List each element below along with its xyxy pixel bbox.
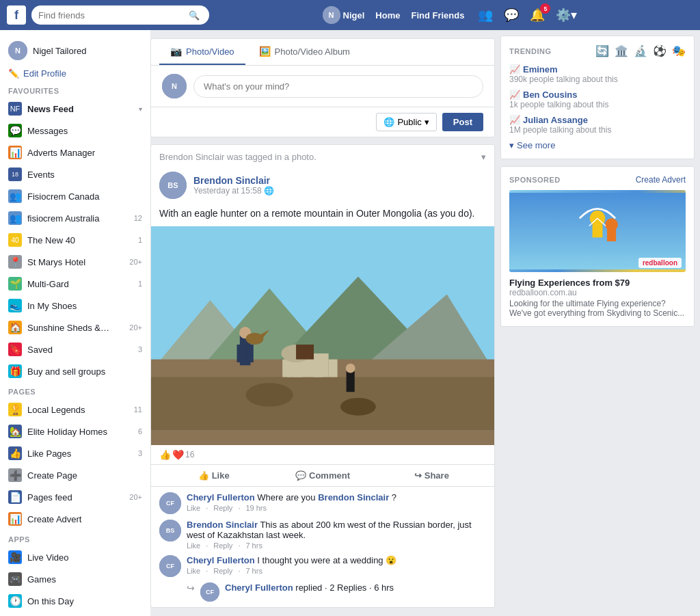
ad-brand-badge: redballoon bbox=[638, 258, 682, 268]
post-author-name[interactable]: Brendon Sinclair bbox=[193, 175, 274, 186]
sidebar-item-sunshine-sheds[interactable]: 🏠 Sunshine Sheds &… 20+ bbox=[0, 317, 150, 338]
ad-description: Looking for the ultimate Flying experien… bbox=[509, 299, 686, 318]
news-feed-icon: NF bbox=[8, 102, 22, 116]
sidebar-item-buy-sell[interactable]: 🎁 Buy and sell groups bbox=[0, 360, 150, 382]
commenter-avatar: CF bbox=[159, 492, 181, 514]
sidebar-item-pages-feed[interactable]: 📄 Pages feed 20+ bbox=[0, 486, 150, 508]
sidebar-item-on-this-day[interactable]: 🕐 On this Day bbox=[0, 590, 150, 612]
sidebar-item-events[interactable]: 18 Events bbox=[0, 163, 150, 185]
post-author-info: Brendon Sinclair Yesterday at 15:58 🌐 bbox=[193, 175, 274, 196]
trending-tab-science[interactable]: 🔬 bbox=[634, 44, 647, 57]
commenter-name[interactable]: Cheryl Fullerton bbox=[187, 492, 255, 503]
commenter-name[interactable]: Cheryl Fullerton bbox=[187, 555, 255, 565]
sidebar-item-local-legends[interactable]: 🏆 Local Legends 11 bbox=[0, 399, 150, 420]
trending-name-eminem[interactable]: Eminem bbox=[523, 64, 558, 75]
like-reaction-icon: 👍 bbox=[159, 449, 171, 460]
svg-rect-12 bbox=[247, 345, 254, 362]
trending-tab-all[interactable]: 🔄 bbox=[595, 44, 609, 57]
comment-like-btn[interactable]: Like bbox=[187, 567, 200, 575]
edit-profile-link[interactable]: ✏️ Edit Profile bbox=[0, 66, 150, 81]
see-more-trending[interactable]: ▾ See more bbox=[509, 140, 686, 150]
sidebar-item-messages[interactable]: 💬 Messages bbox=[0, 120, 150, 142]
search-input[interactable] bbox=[38, 10, 189, 21]
messages-icon[interactable]: 💬 bbox=[501, 5, 522, 25]
sidebar-item-live-video[interactable]: 🎥 Live Video bbox=[0, 546, 150, 568]
user-name: Nigel bbox=[343, 10, 365, 21]
tagged-name[interactable]: Brendon Sinclair bbox=[318, 492, 389, 503]
comment-reply-btn[interactable]: Reply bbox=[213, 567, 232, 575]
find-friends-link[interactable]: Find Friends bbox=[411, 10, 464, 21]
edit-icon: ✏️ bbox=[8, 68, 19, 79]
account-menu-icon[interactable]: ⚙️▾ bbox=[553, 5, 580, 25]
sponsored-section: SPONSORED Create Advert bbox=[500, 166, 695, 327]
trending-desc-eminem: 390k people talking about this bbox=[509, 75, 686, 84]
sidebar-item-create-advert[interactable]: 📊 Create Advert bbox=[0, 508, 150, 530]
sidebar-item-in-my-shoes[interactable]: 👟 In My Shoes bbox=[0, 295, 150, 317]
create-advert-icon: 📊 bbox=[8, 512, 22, 526]
create-advert-link[interactable]: Create Advert bbox=[636, 175, 686, 185]
sidebar-item-st-marys[interactable]: 📍 St Marys Hotel 20+ bbox=[0, 251, 150, 273]
trending-tab-entertainment[interactable]: 🎭 bbox=[672, 44, 686, 57]
sidebar-item-new40[interactable]: 40 The New 40 1 bbox=[0, 229, 150, 251]
pages-feed-count: 20+ bbox=[129, 493, 142, 501]
notifications-icon[interactable]: 🔔 5 bbox=[527, 5, 548, 25]
sidebar-item-multigard[interactable]: 🌱 Multi-Gard 1 bbox=[0, 273, 150, 295]
sidebar-item-adverts-manager[interactable]: 📊 Adverts Manager bbox=[0, 142, 150, 163]
friend-requests-icon[interactable]: 👥 bbox=[475, 5, 496, 25]
privacy-selector[interactable]: 🌐 Public ▾ bbox=[376, 113, 436, 131]
sidebar-item-suggest-edits[interactable]: ✏️ Suggest Edits 2 bbox=[0, 612, 150, 616]
comment-body: Cheryl Fullerton I thought you were at a… bbox=[187, 555, 486, 575]
post-text-input[interactable] bbox=[193, 75, 483, 98]
svg-rect-23 bbox=[296, 345, 314, 360]
trending-tab-sports[interactable]: ⚽ bbox=[653, 44, 667, 57]
share-button[interactable]: ↪ Share bbox=[377, 466, 486, 485]
trending-tab-politics[interactable]: 🏛️ bbox=[615, 44, 628, 57]
photo-video-tab[interactable]: 📷 Photo/Video bbox=[159, 39, 245, 65]
sidebar-item-create-page[interactable]: ➕ Create Page bbox=[0, 464, 150, 486]
search-bar[interactable]: 🔍 bbox=[31, 5, 209, 25]
elite-holiday-icon: 🏡 bbox=[8, 425, 22, 438]
love-reaction-icon: ❤️ bbox=[172, 449, 184, 460]
home-link[interactable]: Home bbox=[375, 10, 400, 21]
comment-like-btn[interactable]: Like bbox=[187, 541, 200, 550]
post-composer-avatar: N bbox=[162, 74, 187, 98]
commenter-name[interactable]: Brendon Sinclair bbox=[187, 520, 258, 530]
chevron-down-icon: ▾ bbox=[481, 152, 486, 162]
comment-reply-btn[interactable]: Reply bbox=[213, 504, 232, 512]
comment-actions: Like · Reply · 19 hrs bbox=[187, 504, 486, 512]
sidebar-item-like-pages[interactable]: 👍 Like Pages 3 bbox=[0, 442, 150, 464]
like-button[interactable]: 👍 Like bbox=[159, 466, 268, 485]
post-actions: 🌐 Public ▾ Post bbox=[151, 107, 494, 137]
camera-icon: 📷 bbox=[170, 46, 182, 57]
photo-video-label: Photo/Video bbox=[186, 46, 234, 57]
sidebar-item-elite-holiday[interactable]: 🏡 Elite Holiday Homes 6 bbox=[0, 420, 150, 442]
ad-title[interactable]: Flying Experiences from $79 bbox=[509, 278, 686, 288]
comment-reply-btn[interactable]: Reply bbox=[213, 541, 232, 550]
comment-button[interactable]: 💬 Comment bbox=[268, 466, 377, 485]
post-button[interactable]: Post bbox=[442, 113, 483, 131]
trending-name-julian[interactable]: Julian Assange bbox=[523, 115, 588, 125]
ad-image[interactable]: redballoon bbox=[509, 190, 686, 272]
sidebar-label-messages: Messages bbox=[27, 126, 142, 136]
photo-video-album-tab[interactable]: 🖼️ Photo/Video Album bbox=[248, 39, 361, 65]
sidebar-item-games[interactable]: 🎮 Games bbox=[0, 568, 150, 590]
sidebar-item-saved[interactable]: 🔖 Saved 3 bbox=[0, 338, 150, 360]
sidebar-label-on-this-day: On this Day bbox=[27, 596, 142, 606]
sidebar-item-fisiocrem-canada[interactable]: 👥 Fisiocrem Canada bbox=[0, 185, 150, 207]
reply-author[interactable]: Cheryl Fullerton bbox=[225, 582, 293, 593]
trending-name-ben[interactable]: Ben Cousins bbox=[523, 90, 577, 100]
new40-icon: 40 bbox=[8, 233, 22, 247]
facebook-logo: f bbox=[7, 5, 26, 25]
sidebar-item-news-feed[interactable]: NF News Feed ▾ bbox=[0, 98, 150, 120]
svg-point-14 bbox=[346, 363, 355, 373]
sunshine-sheds-count: 20+ bbox=[129, 323, 142, 332]
trending-desc-julian: 1M people talking about this bbox=[509, 125, 686, 135]
sidebar-label-create-advert: Create Advert bbox=[27, 514, 142, 524]
sidebar-item-fisiocrem-australia[interactable]: 👥 fisiocrem Australia 12 bbox=[0, 207, 150, 229]
comment-like-btn[interactable]: Like bbox=[187, 504, 200, 512]
svg-rect-28 bbox=[607, 230, 616, 241]
sidebar-user[interactable]: N Nigel Tailored bbox=[0, 36, 150, 66]
reply-avatar: CF bbox=[200, 582, 219, 602]
reply-item: ↪ CF Cheryl Fullerton replied · 2 Replie… bbox=[187, 582, 486, 602]
new40-count: 1 bbox=[138, 236, 142, 244]
